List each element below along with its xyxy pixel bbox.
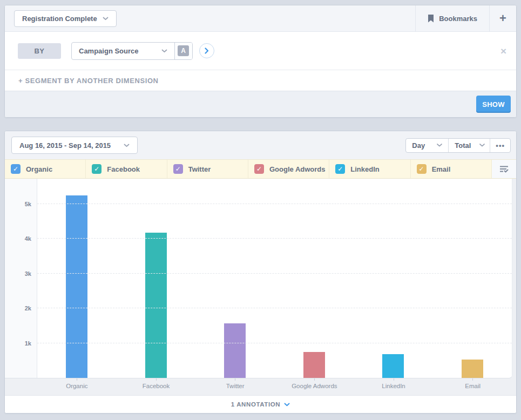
x-axis-label: Facebook [143,383,170,389]
gridline [37,308,512,308]
y-tick-label: 3k [25,270,31,277]
metric-label: Total [455,141,471,150]
bar-google-adwords[interactable] [303,352,325,378]
x-tick-mark [314,378,315,381]
gridline [37,238,512,239]
add-report-button[interactable]: + [489,5,516,31]
x-tick-mark [472,378,473,381]
x-axis: OrganicFacebookTwitterGoogle AdwordsLink… [5,378,516,395]
series-legend: ✓Organic✓Facebook✓Twitter✓Google Adwords… [5,159,516,179]
y-axis: 1k2k3k4k5k [5,179,37,378]
plus-icon: + [499,11,506,25]
series-label: LinkedIn [350,165,379,173]
x-axis-label: Organic [66,383,87,389]
chart-area: 1k2k3k4k5k [5,179,516,378]
bar-organic[interactable] [66,195,87,378]
y-tick-label: 5k [25,201,31,207]
chevron-right-icon [205,48,209,54]
x-tick-mark [235,378,235,381]
bookmarks-label: Bookmarks [439,15,477,23]
segmentation-panel: Registration Complete Bookmarks + BY Cam… [4,5,517,118]
bar-column [275,352,354,378]
series-checkbox[interactable]: ✓ [417,164,427,174]
legend-item-twitter[interactable]: ✓Twitter [167,160,248,178]
segment-by-another-dimension-link[interactable]: + SEGMENT BY ANOTHER DIMENSION [18,77,159,85]
bar-facebook[interactable] [145,233,167,378]
chevron-down-icon [479,144,485,147]
add-segment-row: + SEGMENT BY ANOTHER DIMENSION [5,70,516,91]
bar-column [195,323,275,378]
series-checkbox[interactable]: ✓ [173,164,183,174]
series-checkbox[interactable]: ✓ [11,164,21,174]
gridline [37,273,512,274]
bookmarks-button[interactable]: Bookmarks [415,5,489,31]
series-label: Twitter [188,165,211,173]
remove-segment-icon[interactable]: × [500,46,506,56]
bar-email[interactable] [462,360,483,378]
gridline [37,343,512,343]
chevron-down-icon [437,144,442,147]
alpha-sort-toggle[interactable]: A [174,43,192,59]
chevron-down-icon [103,17,109,21]
y-tick-label: 1k [25,340,31,347]
x-axis-column: Twitter [195,378,275,395]
legend-item-google-adwords[interactable]: ✓Google Adwords [248,160,329,178]
panel-footer: SHOW [5,91,516,117]
bar-column [433,360,512,378]
x-axis-column: Facebook [117,378,196,395]
y-tick-label: 4k [25,235,31,242]
series-label: Facebook [107,165,140,173]
plot-area [37,179,512,378]
date-range-dropdown[interactable]: Aug 16, 2015 - Sep 14, 2015 [11,137,138,154]
report-header-row: Registration Complete Bookmarks + [5,5,516,32]
legend-item-email[interactable]: ✓Email [411,160,492,178]
chevron-down-icon [124,144,130,147]
series-checkbox[interactable]: ✓ [92,164,102,174]
x-tick-mark [77,378,77,381]
bar-twitter[interactable] [224,323,246,378]
alpha-badge: A [178,45,189,56]
dimension-selector-dropdown[interactable]: Campaign Source A [71,42,193,60]
chevron-down-icon [284,403,290,407]
legend-item-organic[interactable]: ✓Organic [5,160,86,178]
gridline [37,204,512,204]
metric-dropdown[interactable]: Total [448,139,490,152]
legend-item-linkedin[interactable]: ✓LinkedIn [329,160,410,178]
x-axis-column: Google Adwords [275,378,354,395]
chevron-down-icon [161,49,167,53]
segment-by-row: BY Campaign Source A × [5,32,516,70]
interval-dropdown[interactable]: Day [406,139,448,152]
x-tick-mark [156,378,157,381]
dimension-selector-label: Campaign Source [79,47,139,55]
toggle-all-series-button[interactable] [492,160,516,178]
x-axis-label: Twitter [226,383,245,389]
legend-item-facebook[interactable]: ✓Facebook [86,160,167,178]
chart-options-group: Day Total ••• [405,138,511,153]
x-axis-column: Organic [37,378,117,395]
more-options-button[interactable]: ••• [490,139,510,152]
series-checkbox[interactable]: ✓ [335,164,345,174]
y-tick-label: 2k [25,305,31,311]
header-toolbar: Bookmarks + [415,5,516,31]
chart-panel: Aug 16, 2015 - Sep 14, 2015 Day Total ••… [4,131,517,414]
series-checkbox[interactable]: ✓ [254,164,264,174]
bar-column [354,354,433,378]
series-label: Organic [26,165,52,173]
show-button[interactable]: SHOW [476,96,511,113]
series-label: Email [432,165,451,173]
date-range-label: Aug 16, 2015 - Sep 14, 2015 [19,141,111,150]
annotations-label: 1 ANNOTATION [231,401,280,408]
event-selector-dropdown[interactable]: Registration Complete [14,10,117,27]
chart-toolbar: Aug 16, 2015 - Sep 14, 2015 Day Total ••… [5,131,516,159]
annotations-bar[interactable]: 1 ANNOTATION [5,395,516,413]
apply-dimension-button[interactable] [199,43,214,58]
bars-container [37,179,512,378]
x-axis-column: Email [433,378,512,395]
by-tag: BY [18,43,61,59]
series-label: Google Adwords [269,165,326,173]
x-tick-mark [394,378,394,381]
bar-linkedin[interactable] [382,354,404,378]
list-check-icon [499,165,509,173]
x-axis-label: LinkedIn [382,383,405,389]
event-selector-label: Registration Complete [22,15,97,23]
